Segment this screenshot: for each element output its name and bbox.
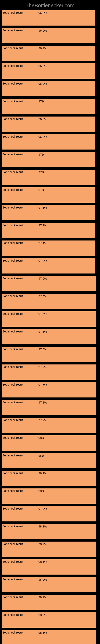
- bar-label: Bottleneck result: [2, 11, 24, 15]
- bar-wrapper: Bottleneck result98.1%: [2, 528, 98, 539]
- bar-label: Bottleneck result: [2, 206, 24, 210]
- bar-value: 97.8%: [38, 330, 48, 334]
- bar-wrapper: Bottleneck result97.1%: [2, 210, 98, 220]
- bar-value: 96.9%: [38, 28, 48, 32]
- bar-wrapper: Bottleneck result96.8%: [2, 15, 98, 26]
- bar-row: Bottleneck result97.7%: [2, 422, 96, 433]
- bar-label: Bottleneck result: [2, 258, 24, 263]
- bar-label: Bottleneck result: [2, 188, 24, 192]
- bar-label: Bottleneck result: [2, 471, 24, 475]
- chart-header: TheBottlenecker.com: [0, 0, 100, 10]
- bar-label: Bottleneck result: [2, 28, 24, 32]
- bar-value: 98.1%: [38, 471, 48, 475]
- bar-wrapper: Bottleneck result97%: [2, 174, 98, 185]
- bar-wrapper: Bottleneck result98%: [2, 440, 98, 450]
- bar-row: Bottleneck result98.1%: [2, 564, 96, 574]
- bar-wrapper: Bottleneck result96.9%: [2, 68, 98, 79]
- bar-wrapper: Bottleneck result97.1%: [2, 245, 98, 256]
- bar-value: 98%: [38, 454, 45, 458]
- bar-row: Bottleneck result96.9%: [2, 121, 95, 132]
- bar-row: Bottleneck result98.1%: [2, 475, 96, 486]
- bar-row: Bottleneck result98.2%: [2, 617, 96, 628]
- bar-row: Bottleneck result97.8%: [2, 404, 96, 415]
- bar-wrapper: Bottleneck result96.9%: [2, 50, 98, 61]
- bar-row: Bottleneck result97.6%: [2, 316, 96, 327]
- bar-label: Bottleneck result: [2, 312, 24, 316]
- bar-value: 98%: [38, 436, 45, 440]
- bar-value: 96.8%: [38, 11, 48, 15]
- bar-label: Bottleneck result: [2, 436, 24, 440]
- bar-row: Bottleneck result97.1%: [2, 227, 95, 238]
- bar-wrapper: Bottleneck result96.9%: [2, 121, 98, 132]
- bar-row: Bottleneck result97.1%: [2, 245, 95, 256]
- bar-label: Bottleneck result: [2, 46, 24, 50]
- bar-value: 98.1%: [38, 630, 48, 635]
- bar-label: Bottleneck result: [2, 613, 24, 617]
- bar-row: Bottleneck result98%: [2, 458, 96, 468]
- bar-row: Bottleneck result97.5%: [2, 386, 96, 398]
- bar-label: Bottleneck result: [2, 560, 24, 564]
- bar-label: Bottleneck result: [2, 117, 24, 121]
- bar-wrapper: Bottleneck result97%: [2, 156, 98, 167]
- bar-label: Bottleneck result: [2, 418, 24, 422]
- bar-row: Bottleneck result97%: [2, 192, 95, 203]
- bar-label: Bottleneck result: [2, 223, 24, 227]
- bar-wrapper: Bottleneck result98.1%: [2, 475, 98, 486]
- bar-row: Bottleneck result96.9%: [2, 50, 95, 61]
- bar-value: 96.9%: [38, 117, 48, 121]
- bar-label: Bottleneck result: [2, 64, 24, 68]
- bar-row: Bottleneck result96.8%: [2, 15, 95, 26]
- bar-value: 97.6%: [38, 276, 48, 280]
- bar-wrapper: Bottleneck result98%: [2, 458, 98, 468]
- bar-value: 98.1%: [38, 524, 48, 528]
- bar-label: Bottleneck result: [2, 135, 24, 139]
- bar-label: Bottleneck result: [2, 82, 24, 86]
- bar-label: Bottleneck result: [2, 489, 24, 493]
- bar-value: 97.1%: [38, 241, 48, 245]
- bar-label: Bottleneck result: [2, 99, 24, 103]
- bar-label: Bottleneck result: [2, 542, 24, 546]
- bar-wrapper: Bottleneck result97.6%: [2, 316, 98, 327]
- bar-wrapper: Bottleneck result97.1%: [2, 227, 98, 238]
- bar-value: 97.1%: [38, 206, 48, 210]
- bar-label: Bottleneck result: [2, 400, 24, 404]
- bar-row: Bottleneck result98%: [2, 493, 96, 504]
- bar-value: 98.2%: [38, 613, 48, 617]
- bar-label: Bottleneck result: [2, 152, 24, 156]
- bar-row: Bottleneck result97%: [2, 103, 95, 114]
- bar-wrapper: Bottleneck result97.5%: [2, 386, 98, 398]
- bar-value: 97.4%: [38, 294, 48, 298]
- bar-label: Bottleneck result: [2, 276, 24, 280]
- bar-label: Bottleneck result: [2, 241, 24, 245]
- bar-value: 98.2%: [38, 542, 48, 546]
- bar-wrapper: Bottleneck result98%: [2, 493, 98, 504]
- bar-row: Bottleneck result98.2%: [2, 599, 96, 610]
- bar-row: Bottleneck result98.2%: [2, 546, 96, 557]
- bar-row: Bottleneck result98%: [2, 440, 96, 450]
- bar-wrapper: Bottleneck result97.7%: [2, 369, 98, 380]
- bar-value: 97%: [38, 170, 45, 174]
- bar-value: 97.7%: [38, 418, 48, 422]
- bar-value: 98.1%: [38, 560, 48, 564]
- bar-value: 98.2%: [38, 578, 48, 582]
- bar-wrapper: Bottleneck result98.2%: [2, 617, 98, 628]
- bar-label: Bottleneck result: [2, 330, 24, 334]
- bar-value: 97.3%: [38, 258, 48, 263]
- bar-wrapper: Bottleneck result98.1%: [2, 564, 98, 574]
- chart-container: Bottleneck result96.8%Bottleneck result9…: [0, 15, 100, 644]
- bar-label: Bottleneck result: [2, 454, 24, 458]
- bar-value: 97.7%: [38, 365, 48, 369]
- bar-wrapper: Bottleneck result97.7%: [2, 422, 98, 433]
- bar-wrapper: Bottleneck result96.9%: [2, 139, 98, 150]
- bar-row: Bottleneck result97.3%: [2, 263, 96, 274]
- bar-label: Bottleneck result: [2, 595, 24, 599]
- bar-row: Bottleneck result97%: [2, 156, 95, 167]
- bar-wrapper: Bottleneck result98.2%: [2, 599, 98, 610]
- bar-value: 97.6%: [38, 312, 48, 316]
- bar-row: Bottleneck result96.9%: [2, 86, 95, 96]
- bar-row: Bottleneck result96.9%: [2, 68, 95, 79]
- chart-title: TheBottlenecker.com: [26, 2, 74, 8]
- bar-row: Bottleneck result97.1%: [2, 210, 95, 220]
- bar-wrapper: Bottleneck result98.2%: [2, 582, 98, 592]
- bar-label: Bottleneck result: [2, 365, 24, 369]
